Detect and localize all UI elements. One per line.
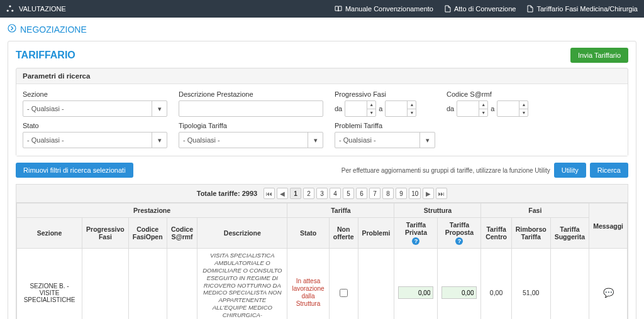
pager-page-10[interactable]: 10 [409,188,421,199]
cell-tariffa-proposta [438,249,481,320]
cell-tariffa-privata [394,249,438,320]
th-messaggi: Messaggi [589,203,628,249]
cell-problemi [358,249,394,320]
pager-prev[interactable]: ◀ [277,188,288,199]
chevron-down-icon: ▾ [152,132,167,148]
input-sarmf-a[interactable]: ▲▼ [497,100,528,117]
pager-last[interactable]: ⏭ [436,188,447,199]
link-tariffario-fasi[interactable]: Tariffario Fasi Medicina/Chirurgia [527,5,638,13]
th-problemi: Problemi [358,218,394,249]
th-group-prestazione: Prestazione [17,203,287,218]
results-table: Prestazione Tariffa Struttura Fasi Messa… [16,203,628,319]
select-stato[interactable]: - Qualsiasi - ▾ [23,132,167,148]
help-icon[interactable]: ? [455,237,463,245]
link-manuale[interactable]: Manuale Convenzionamento [335,5,433,13]
pager-first[interactable]: ⏮ [264,188,275,199]
pager-page-9[interactable]: 9 [396,188,407,199]
table-row: SEZIONE B. - VISITE SPECIALISTICHE VISIT… [17,249,628,320]
th-tariffa-centro: Tariffa Centro [481,218,511,249]
topbar: VALUTAZIONE Manuale Convenzionamento Att… [0,0,644,18]
th-tariffa-suggerita: Tariffa Suggerita [550,218,589,249]
th-stato: Stato [287,218,330,249]
remove-filters-button[interactable]: Rimuovi filtri di ricerca selezionati [16,163,133,178]
input-sarmf-da[interactable]: ▲▼ [457,100,488,117]
results-table-wrap: Totale tariffe: 2993 ⏮ ◀ 1 2 3 4 5 6 7 8… [16,184,628,319]
search-button[interactable]: Ricerca [590,163,628,178]
select-tipologia-value: - Qualsiasi - [183,136,220,144]
label-da: da [335,105,342,112]
total-tariffe-label: Totale tariffe: 2993 [197,190,257,197]
search-params: Parametri di ricerca Sezione - Qualsiasi… [16,68,628,156]
th-codice-fasiopen: Codice FasiOpen [128,218,167,249]
th-non-offerte: Non offerte [329,218,358,249]
select-problemi-value: - Qualsiasi - [339,136,376,144]
th-group-struttura: Struttura [394,203,481,218]
label-codice-sarmf: Codice S@rmf [447,90,547,98]
panel-header: TARIFFARIO Invia Tariffario [16,48,628,63]
pdf-icon [527,5,533,13]
cell-stato: In attesa lavorazione dalla Struttura [287,249,330,320]
input-tariffa-privata[interactable] [398,286,433,299]
link-atto-label: Atto di Convenzione [454,5,516,13]
label-tipologia-tariffa: Tipologia Tariffa [179,122,323,129]
cell-suggerita [550,249,589,320]
topbar-left: VALUTAZIONE [6,5,66,13]
select-problemi-tariffa[interactable]: - Qualsiasi - ▾ [335,132,435,148]
pager-page-2[interactable]: 2 [303,188,314,199]
chevron-down-icon: ▾ [308,132,323,148]
cell-sezione: SEZIONE B. - VISITE SPECIALISTICHE [17,249,82,320]
link-atto[interactable]: Atto di Convenzione [445,5,516,13]
select-sezione-value: - Qualsiasi - [27,105,64,112]
pager-next[interactable]: ▶ [423,188,434,199]
label-stato: Stato [23,122,167,129]
pager-page-7[interactable]: 7 [369,188,380,199]
label-problemi-tariffa: Problemi Tariffa [335,122,435,129]
th-group-tariffa: Tariffa [287,203,394,218]
th-tariffa-proposta: Tariffa Proposta ? [438,218,481,249]
search-params-title: Parametri di ricerca [16,68,628,84]
chevron-down-icon: ▾ [419,132,435,148]
pager: ⏮ ◀ 1 2 3 4 5 6 7 8 9 10 ▶ ⏭ [264,188,447,199]
select-sezione[interactable]: - Qualsiasi - ▾ [23,100,167,117]
panel-title: TARIFFARIO [16,50,75,61]
utility-button[interactable]: Utility [554,163,586,178]
topbar-right: Manuale Convenzionamento Atto di Convenz… [335,5,638,13]
th-group-fasi: Fasi [481,203,589,218]
input-descrizione-prestazione[interactable] [179,100,323,117]
main-panel: TARIFFARIO Invia Tariffario Parametri di… [8,41,636,319]
pager-page-6[interactable]: 6 [356,188,367,199]
arrow-right-circle-icon [8,24,16,35]
cell-non-offerte [329,249,358,320]
link-tariffario-fasi-label: Tariffario Fasi Medicina/Chirurgia [536,5,638,13]
pager-page-4[interactable]: 4 [330,188,341,199]
label-sezione: Sezione [23,90,167,98]
label-a: a [379,105,382,112]
input-progfasi-da[interactable]: ▲▼ [345,100,376,117]
help-icon[interactable]: ? [412,237,419,245]
cell-descrizione: VISITA SPECIALISTICA AMBULATORIALE O DOM… [197,249,287,320]
input-tariffa-proposta[interactable] [441,286,477,299]
input-progfasi-a[interactable]: ▲▼ [385,100,416,117]
pager-page-8[interactable]: 8 [382,188,394,199]
th-tariffa-privata: Tariffa Privata ? [394,218,438,249]
logo-icon [6,5,14,13]
pager-page-3[interactable]: 3 [316,188,328,199]
pager-page-1[interactable]: 1 [290,188,301,199]
th-descrizione: Descrizione [197,218,287,249]
subheader: NEGOZIAZIONE [0,18,644,35]
svg-point-3 [8,24,16,32]
cell-fasiopen [128,249,167,320]
pager-page-5[interactable]: 5 [343,188,354,199]
send-tariffario-button[interactable]: Invia Tariffario [570,48,628,63]
checkbox-non-offerte[interactable] [340,289,348,297]
cell-progfasi [82,249,129,320]
svg-point-2 [11,9,13,11]
chat-icon[interactable]: 💬 [603,288,614,298]
select-tipologia-tariffa[interactable]: - Qualsiasi - ▾ [179,132,323,148]
svg-point-0 [9,5,11,7]
subheader-title: NEGOZIAZIONE [20,24,87,35]
utility-hint: Per effettuare aggiornamenti su gruppi d… [341,167,550,174]
book-icon [335,6,342,12]
cell-tariffa-centro: 0,00 [481,249,511,320]
link-manuale-label: Manuale Convenzionamento [345,5,433,13]
